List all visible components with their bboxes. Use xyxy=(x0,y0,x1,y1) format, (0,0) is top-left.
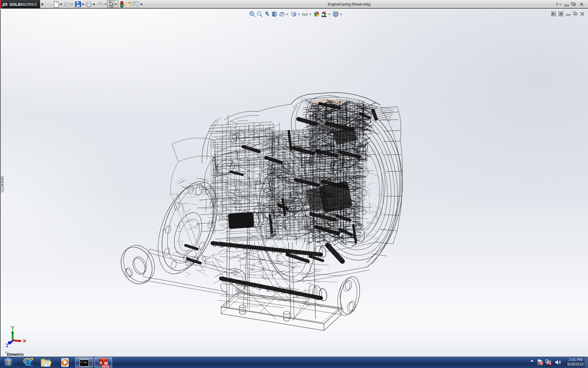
svg-text:2015: 2015 xyxy=(102,365,109,368)
svg-text:C:\: C:\ xyxy=(81,361,85,363)
